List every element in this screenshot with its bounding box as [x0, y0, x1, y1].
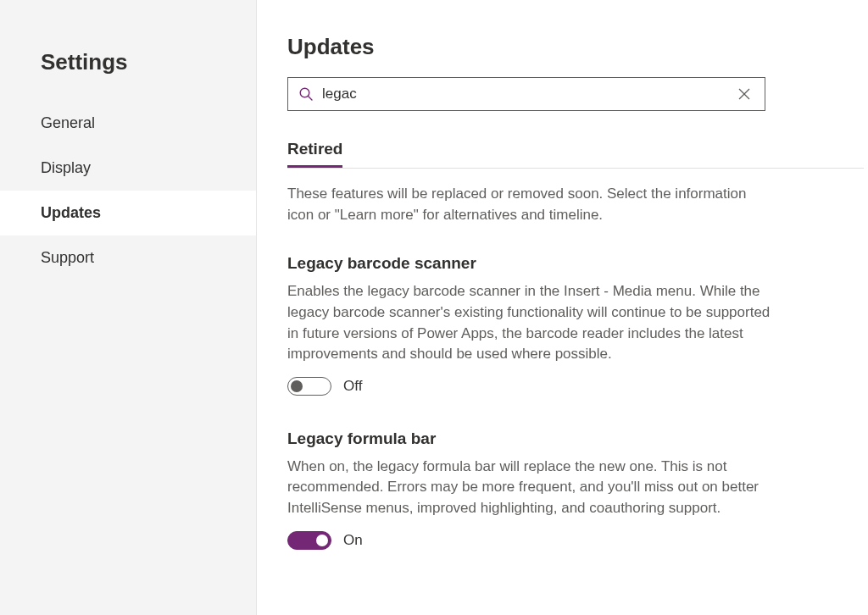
svg-line-1 [309, 97, 313, 101]
toggle-knob [316, 535, 328, 546]
feature-description: Enables the legacy barcode scanner in th… [287, 281, 783, 365]
section-description: These features will be replaced or remov… [287, 184, 762, 225]
toggle-row: Off [287, 377, 783, 396]
close-icon [737, 87, 751, 101]
toggle-state-label: Off [343, 378, 362, 395]
feature-title: Legacy barcode scanner [287, 254, 783, 273]
feature-title: Legacy formula bar [287, 429, 783, 448]
feature-description: When on, the legacy formula bar will rep… [287, 457, 783, 519]
sidebar-item-support[interactable]: Support [0, 235, 256, 280]
toggle-legacy-formula-bar[interactable] [287, 531, 331, 550]
feature-legacy-barcode-scanner: Legacy barcode scanner Enables the legac… [287, 254, 783, 396]
toggle-row: On [287, 531, 783, 550]
feature-legacy-formula-bar: Legacy formula bar When on, the legacy f… [287, 429, 783, 550]
sidebar-item-updates[interactable]: Updates [0, 191, 256, 235]
sidebar-title: Settings [0, 49, 256, 101]
search-input[interactable] [322, 86, 734, 102]
clear-search-button[interactable] [734, 84, 754, 104]
toggle-state-label: On [343, 532, 363, 549]
settings-sidebar: Settings General Display Updates Support [0, 0, 257, 615]
tab-bar: Retired [287, 133, 864, 169]
sidebar-item-display[interactable]: Display [0, 146, 256, 191]
sidebar-item-general[interactable]: General [0, 101, 256, 146]
page-title: Updates [287, 34, 868, 60]
toggle-knob [291, 380, 303, 392]
toggle-legacy-barcode-scanner[interactable] [287, 377, 331, 396]
search-box[interactable] [287, 77, 765, 111]
tab-retired[interactable]: Retired [287, 133, 342, 168]
main-content: Updates Retired These features will be r… [257, 0, 868, 615]
search-icon [298, 86, 314, 102]
